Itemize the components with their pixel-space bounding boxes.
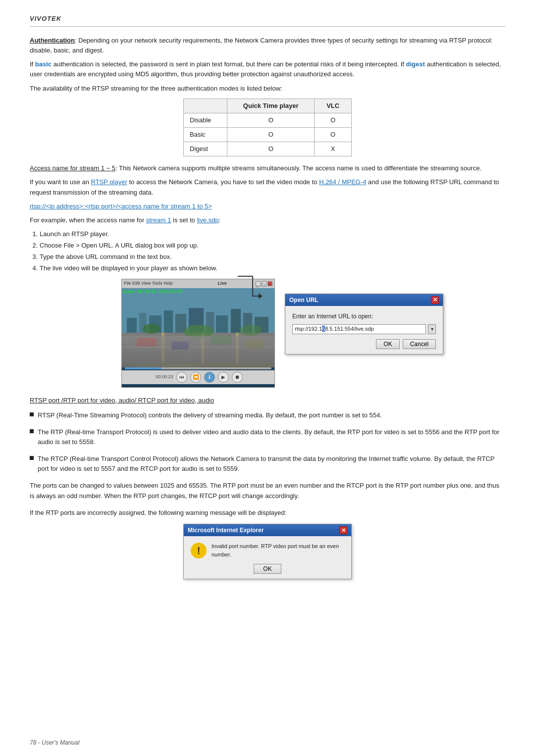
svg-rect-12 [122,333,274,363]
ie-warning-icon: ! [191,543,207,558]
vp-progressbar [125,367,271,369]
warning-paragraph: If the RTP ports are incorrectly assigne… [30,508,505,518]
table-cell-basic-qt: O [227,127,315,142]
bullet-icon-2 [30,429,34,433]
dlg-input-row: rtsp://192.168.5.151:554/live.sdp ▾ [292,324,436,334]
dlg-label: Enter an Internet URL to open: [292,312,436,321]
vp-progress-fill[interactable] [125,367,161,369]
footer-text: 78 - User's Manual [30,739,79,746]
dlg-url-input[interactable]: rtsp://192.168.5.151:554/live.sdp [292,324,426,334]
bullet-section: RTSP (Real-Time Streaming Protocol) cont… [30,410,505,474]
dlg-dropdown-btn[interactable]: ▾ [428,324,436,334]
table-row: Digest O X [184,142,352,156]
steps-list: Launch an RTSP player. Choose File > Ope… [40,229,505,274]
vp-prev-btn[interactable]: ⏮ [176,372,187,383]
vp-controls: 00:00:23 ⏮ ⏪ ℹ ▶ ⏹ [122,370,274,384]
table-cell-disable: Disable [184,113,227,127]
svg-rect-14 [161,333,164,363]
access-name-paragraph-3: For example, when the access name for st… [30,215,505,225]
step-1: Launch an RTSP player. [40,229,505,239]
rtsp-url-line: rtsp://<ip address>:<rtsp port>/<access … [30,202,505,211]
dlg-close-btn[interactable]: ✕ [431,296,439,304]
ie-message: Invalid port number. RTP video port must… [212,542,344,559]
bullet-icon-3 [30,456,34,460]
open-url-dialog: Open URL ✕ Enter an Internet URL to open… [285,294,443,354]
svg-rect-4 [164,310,173,333]
bullet-item-rtp: The RTP (Real-time Transport Protocol) i… [30,427,505,447]
footer: 78 - User's Manual [30,739,79,746]
rtsp-url-link[interactable]: rtsp://<ip address>:<rtsp port>/<access … [30,202,212,210]
table-cell-basic-vlc: O [315,127,352,142]
svg-point-21 [184,325,214,339]
vp-title: File Edit View Tools Help [124,280,189,287]
dlg-ok-btn[interactable]: OK [376,339,399,349]
bullet-text-2: The RTP (Real-time Transport Protocol) i… [38,427,505,447]
stream1-link[interactable]: stream 1 [146,216,171,224]
arrow-decoration [223,271,263,309]
svg-point-23 [240,325,262,336]
access-name-title: Access name for stream 1 ~ 5 [30,164,115,172]
vp-rewind-btn[interactable]: ⏪ [190,372,201,383]
table-cell-digest: Digest [184,142,227,156]
svg-point-22 [143,324,160,334]
svg-rect-9 [231,309,241,333]
basic-word: basic [35,60,52,68]
bullet-text-3: The RTCP (Real-time Transport Control Pr… [38,454,505,474]
svg-rect-20 [246,340,265,348]
step-2: Choose File > Open URL. A URL dialog box… [40,241,505,251]
page: VIVOTEK Authentication: Depending on you… [0,0,535,756]
brand-label: VIVOTEK [30,15,61,22]
dlg-titlebar: Open URL ✕ [285,294,443,306]
vp-time: 00:00:23 [156,374,173,381]
auth-table: Quick Time player VLC Disable O O Basic … [183,99,352,157]
dlg-body: Enter an Internet URL to open: rtsp://19… [285,306,443,354]
dlg-title: Open URL [289,296,319,305]
table-row: Disable O O [184,113,352,127]
svg-rect-17 [137,338,157,347]
svg-marker-24 [259,293,263,299]
table-header-empty [184,99,227,113]
digest-word: digest [406,60,425,68]
vp-info-btn[interactable]: ℹ [204,372,215,383]
vp-close-btn[interactable]: × [268,281,272,286]
step-4: The live video will be displayed in your… [40,263,505,273]
auth-paragraph-3: The availability of the RTSP streaming f… [30,84,505,94]
h264-link[interactable]: H.264 / MPEG-4 [319,178,366,186]
ie-dialog: Microsoft Internet Explorer ✕ ! Invalid … [183,524,352,580]
svg-rect-1 [127,318,137,333]
auth-title: Authentication [30,37,75,44]
header: VIVOTEK [30,15,505,27]
svg-rect-19 [211,336,232,345]
bullet-item-rtcp: The RTCP (Real-time Transport Control Pr… [30,454,505,474]
live-sdp-link[interactable]: live.sdp [197,216,218,224]
table-cell-digest-vlc: X [315,142,352,156]
vp-stop-btn[interactable]: ⏹ [232,372,243,383]
rtsp-title-text: RTSP port /RTP port for video, audio/ RT… [30,397,214,404]
auth-paragraph-1: Authentication: Depending on your networ… [30,36,505,55]
svg-rect-16 [236,333,239,363]
dlg-cancel-btn[interactable]: Cancel [403,339,436,349]
step-3: Type the above URL command in the text b… [40,252,505,262]
arrow-svg [223,271,263,306]
rtsp-player-link[interactable]: RTSP player [91,178,127,186]
svg-rect-8 [216,315,228,333]
table-header-quicktime: Quick Time player [227,99,315,113]
ie-msg-row: ! Invalid port number. RTP video port mu… [191,542,344,559]
svg-rect-15 [201,333,204,363]
ie-ok-btn[interactable]: OK [254,564,281,574]
bullet-icon-1 [30,412,34,416]
ie-close-btn[interactable]: ✕ [339,526,347,534]
ie-body: ! Invalid port number. RTP video port mu… [184,536,351,579]
bullet-text-1: RTSP (Real-Time Streaming Protocol) cont… [38,410,505,420]
port-change-paragraph: The ports can be changed to values betwe… [30,481,505,501]
vp-play-btn[interactable]: ▶ [218,372,229,383]
table-cell-basic: Basic [184,127,227,142]
table-row: Basic O O [184,127,352,142]
access-name-paragraph-2: If you want to use an RTSP player to acc… [30,177,505,197]
bullet-item-rtsp: RTSP (Real-Time Streaming Protocol) cont… [30,410,505,420]
ie-title: Microsoft Internet Explorer [188,526,264,535]
table-cell-disable-qt: O [227,113,315,127]
svg-rect-18 [171,342,189,350]
table-header-vlc: VLC [315,99,352,113]
table-cell-digest-qt: O [227,142,315,156]
